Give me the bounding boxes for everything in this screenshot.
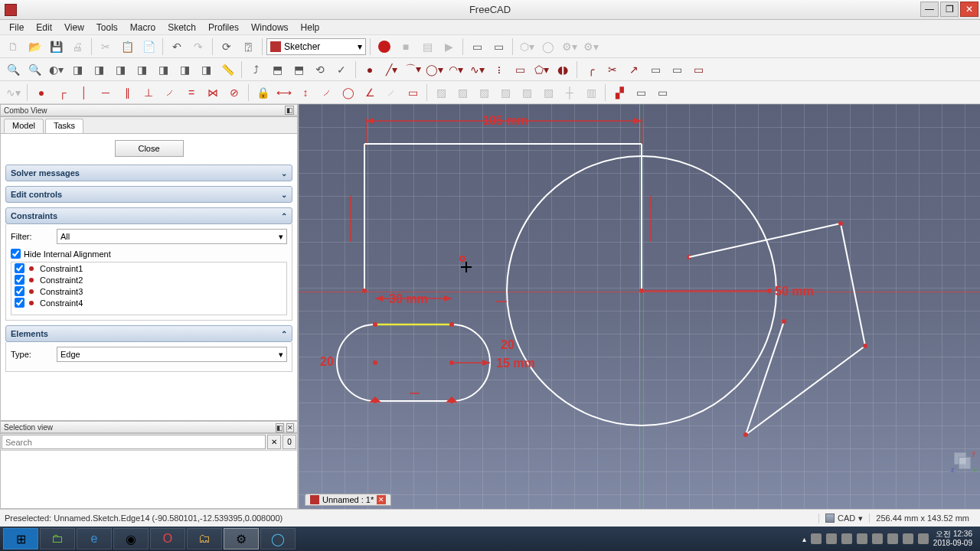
sketch-circle-button[interactable]: ◯▾ [424, 60, 444, 80]
selection-list[interactable] [1, 451, 297, 508]
constrain-vertical-button[interactable]: │ [74, 83, 94, 103]
print-button[interactable]: 🖨 [67, 37, 87, 57]
tray-volume-icon[interactable] [918, 533, 929, 544]
constrain-symmetric-button[interactable]: ⋈ [203, 83, 223, 103]
constrain-dist-button[interactable]: ⟋ [317, 83, 337, 103]
workbench-selector[interactable]: Sketcher ▾ [266, 38, 366, 55]
selection-dock-button[interactable]: ◧ [276, 423, 284, 432]
constraints-header[interactable]: Constraints ⌃ [5, 207, 292, 224]
draw-style-button[interactable]: ◐▾ [46, 60, 66, 80]
constrain-angle-button[interactable]: ∠ [360, 83, 380, 103]
sketch-copy-button[interactable]: ▭ [652, 83, 672, 103]
minimize-button[interactable]: — [920, 2, 939, 17]
sketch-external-button[interactable]: ▭ [645, 60, 665, 80]
constrain-pointonobject-button[interactable]: ┌ [53, 83, 73, 103]
select-vaxis-button[interactable]: ▥ [581, 83, 601, 103]
select-constraints-button[interactable]: ▨ [538, 83, 558, 103]
sketch-polygon-button[interactable]: ⬠▾ [531, 60, 551, 80]
view-top-button[interactable]: ◨ [110, 60, 130, 80]
close-shape-button[interactable]: ▨ [495, 83, 515, 103]
menu-windows[interactable]: Windows [245, 21, 295, 34]
new-sketch-button[interactable]: ▭ [467, 37, 487, 57]
document-tab[interactable]: Unnamed : 1* ✕ [305, 494, 391, 506]
sketch-point-button[interactable]: ● [360, 60, 380, 80]
sketch-mirror-button[interactable]: ▞ [609, 83, 629, 103]
bspline-tools-button[interactable]: ∿▾ [3, 83, 23, 103]
view-iso-button[interactable]: ◨ [67, 60, 87, 80]
tray-icon[interactable] [811, 533, 822, 544]
constraint-label[interactable]: Constraint4 [40, 298, 83, 308]
close-window-button[interactable]: ✕ [960, 2, 978, 17]
menu-view[interactable]: View [58, 21, 90, 34]
refresh-button[interactable]: ⟳ [217, 37, 237, 57]
taskbar-files[interactable]: 🗂 [187, 528, 222, 549]
maximize-button[interactable]: ❐ [940, 2, 959, 17]
sketch-extend-button[interactable]: ↗ [624, 60, 644, 80]
view-front-button[interactable]: ◨ [89, 60, 109, 80]
constraint-label[interactable]: Constraint1 [40, 264, 83, 273]
constrain-equal-button[interactable]: = [181, 83, 201, 103]
tray-icon[interactable] [887, 533, 898, 544]
sketch-trim-button[interactable]: ✂ [603, 60, 622, 80]
paste-button[interactable]: 📄 [139, 37, 158, 57]
taskbar-chrome[interactable]: ◉ [113, 528, 149, 549]
constrain-block-button[interactable]: ⊘ [224, 83, 244, 103]
constrain-snell-button[interactable]: ⟋ [381, 83, 401, 103]
menu-macro[interactable]: Macro [124, 21, 162, 34]
start-button[interactable]: ⊞ [3, 528, 38, 549]
menu-profiles[interactable]: Profiles [202, 21, 245, 34]
profile-hex-button[interactable]: ⬡▾ [517, 37, 537, 57]
cut-button[interactable]: ✂ [96, 37, 116, 57]
sketch-line-button[interactable]: ╱▾ [381, 60, 401, 80]
dim-top-label[interactable]: 105 mm [482, 114, 528, 127]
view-bottom-button[interactable]: ◨ [175, 60, 194, 80]
view-right-button[interactable]: ◨ [132, 60, 152, 80]
close-button[interactable]: Close [115, 140, 184, 157]
sketch-polyline-button[interactable]: ⫶ [488, 60, 508, 80]
sketch-bspline-button[interactable]: ∿▾ [467, 60, 487, 80]
macro-record-button[interactable] [374, 37, 394, 57]
open-doc-button[interactable]: 📂 [24, 37, 44, 57]
view-left-button[interactable]: ◨ [196, 60, 216, 80]
reorient-sketch-button[interactable]: ⟲ [310, 60, 330, 80]
taskbar-app[interactable]: ◯ [260, 528, 296, 549]
tray-icon[interactable] [857, 533, 867, 544]
constraint-label[interactable]: Constraint2 [40, 276, 83, 285]
status-nav-mode[interactable]: CAD ▾ [818, 514, 869, 523]
menu-help[interactable]: Help [295, 21, 326, 34]
selection-close-button[interactable]: ✕ [286, 423, 294, 432]
taskbar-explorer[interactable]: 🗀 [40, 528, 75, 549]
whatsthis-button[interactable]: ⍰ [238, 37, 258, 57]
zoom-selection-button[interactable]: 🔍 [24, 60, 44, 80]
constrain-perpendicular-button[interactable]: ⊥ [139, 83, 158, 103]
constraint-checkbox[interactable] [15, 275, 24, 285]
view-rear-button[interactable]: ◨ [153, 60, 173, 80]
connect-button[interactable]: ▨ [517, 83, 537, 103]
dim-right-label[interactable]: 50 mm [775, 285, 814, 298]
taskbar-ie[interactable]: e [77, 528, 112, 549]
tab-model[interactable]: Model [4, 119, 44, 133]
profile-gear1-button[interactable]: ⚙▾ [560, 37, 580, 57]
tray-icon[interactable] [826, 533, 837, 544]
sketch-arc-button[interactable]: ⌒▾ [403, 60, 423, 80]
constrain-tangent-button[interactable]: ⟋ [160, 83, 180, 103]
doc-close-button[interactable]: ✕ [377, 495, 386, 504]
sketch-clone-button[interactable]: ▭ [631, 83, 651, 103]
constraint-checkbox[interactable] [15, 298, 24, 308]
validate-sketch-button[interactable]: ✓ [332, 60, 351, 80]
constrain-disty-button[interactable]: ↕ [296, 83, 315, 103]
new-doc-button[interactable]: 🗋 [3, 37, 23, 57]
type-select[interactable]: Edge ▾ [57, 347, 287, 362]
sketch-conic-button[interactable]: ◠▾ [446, 60, 466, 80]
nav-cube[interactable]: y x z [954, 452, 974, 472]
constrain-internal-button[interactable]: ▭ [403, 83, 423, 103]
constraint-checkbox[interactable] [15, 286, 24, 296]
map-sketch-button[interactable]: ⬒ [289, 60, 309, 80]
menu-tools[interactable]: Tools [90, 21, 124, 34]
zoom-fit-button[interactable]: 🔍 [3, 60, 23, 80]
constraint-label[interactable]: Constraint3 [40, 287, 83, 296]
profile-circle-button[interactable]: ◯ [538, 37, 558, 57]
system-tray[interactable]: ▴ 오전 12:36 2018-09-09 [798, 530, 977, 548]
filter-select[interactable]: All ▾ [57, 229, 287, 244]
sketch-carbon-button[interactable]: ▭ [667, 60, 687, 80]
